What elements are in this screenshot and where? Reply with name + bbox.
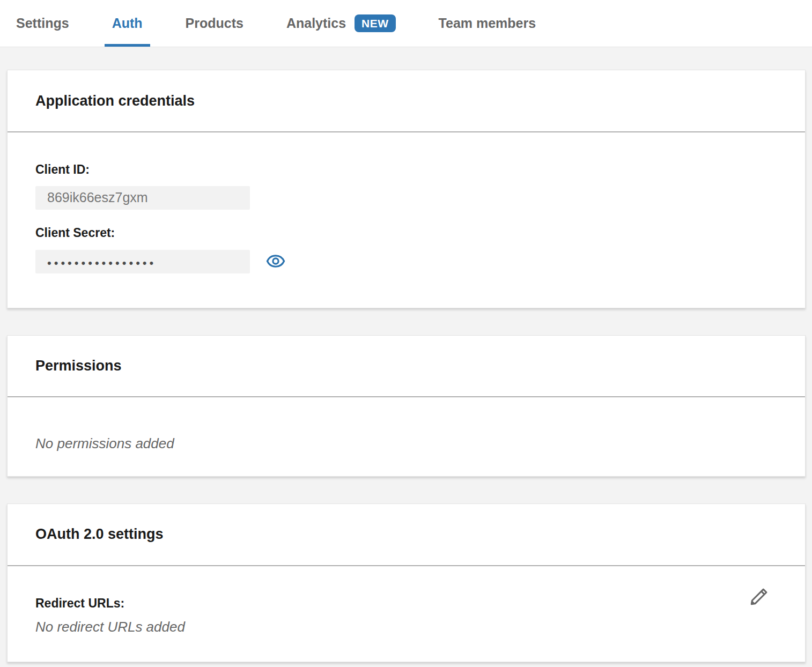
main-content: Application credentials Client ID: 869ik… [0,70,812,662]
client-id-field[interactable]: 869ik66esz7gxm [35,186,250,210]
tab-settings[interactable]: Settings [9,0,77,47]
tab-team-members-label: Team members [439,16,536,31]
client-secret-field[interactable]: •••••••••••••••• [35,250,250,273]
permissions-card: Permissions No permissions added [7,335,806,477]
no-permissions-text: No permissions added [35,435,777,453]
application-credentials-title: Application credentials [35,93,195,109]
tab-settings-label: Settings [16,16,69,31]
tab-bar: Settings Auth Products Analytics NEW Tea… [0,0,812,47]
oauth-settings-title: OAuth 2.0 settings [35,526,164,543]
eye-icon [266,251,285,272]
oauth-settings-header: OAuth 2.0 settings [8,504,805,566]
application-credentials-header: Application credentials [8,70,805,132]
pencil-icon [749,601,769,609]
show-client-secret-button[interactable] [266,252,285,271]
tab-products-label: Products [186,16,243,31]
tab-auth-label: Auth [112,16,143,31]
client-secret-label: Client Secret: [35,226,777,241]
permissions-header: Permissions [8,336,805,397]
tab-products[interactable]: Products [178,0,251,47]
permissions-body: No permissions added [8,397,805,476]
application-credentials-body: Client ID: 869ik66esz7gxm Client Secret:… [8,132,805,308]
tab-auth[interactable]: Auth [105,0,150,47]
tab-team-members[interactable]: Team members [431,0,544,47]
client-secret-row: •••••••••••••••• [35,250,777,273]
no-redirect-urls-text: No redirect URLs added [35,618,777,636]
tab-analytics-label: Analytics [286,16,346,31]
permissions-title: Permissions [35,358,122,374]
client-id-label: Client ID: [35,162,777,177]
oauth-settings-body: Redirect URLs: No redirect URLs added [8,566,805,662]
oauth-settings-card: OAuth 2.0 settings Redirect URLs: No red… [7,503,806,662]
redirect-urls-label: Redirect URLs: [35,596,777,611]
new-badge: NEW [355,14,396,32]
application-credentials-card: Application credentials Client ID: 869ik… [7,70,806,308]
edit-redirect-urls-button[interactable] [749,587,769,607]
tab-analytics[interactable]: Analytics NEW [279,0,403,47]
